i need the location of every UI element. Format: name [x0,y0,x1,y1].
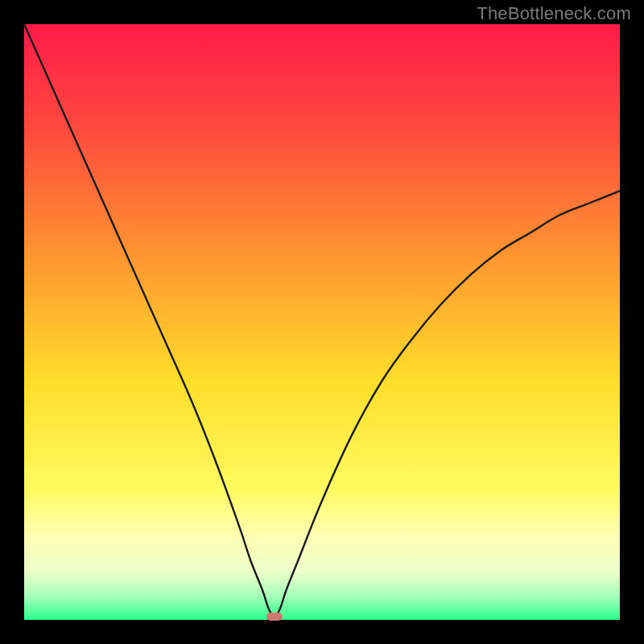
watermark-text: TheBottleneck.com [477,3,631,24]
bottleneck-curve [24,24,620,617]
curve-svg [24,24,620,620]
chart-frame: TheBottleneck.com [0,0,644,644]
plot-area [24,24,620,620]
minimum-marker [266,613,283,621]
